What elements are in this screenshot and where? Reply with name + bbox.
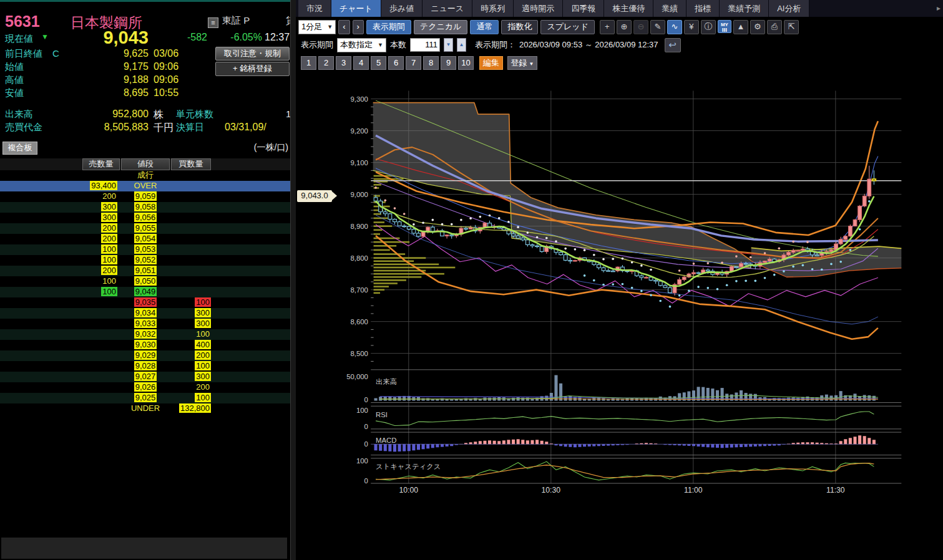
zoom-in-icon[interactable]: ⊕: [617, 20, 632, 34]
preset-button-2[interactable]: 2: [318, 56, 334, 70]
period-caption: 表示期間：: [475, 39, 515, 51]
book-row-9,025[interactable]: 9,025 100: [0, 393, 290, 403]
tab-時系列[interactable]: 時系列: [472, 0, 514, 17]
current-price-tag: 9,043.0: [297, 190, 332, 202]
settings-wrench-icon[interactable]: ⚙: [750, 20, 765, 34]
book-row-9,030[interactable]: 9,030 400: [0, 340, 290, 350]
book-row-9,033[interactable]: 9,033 300: [0, 319, 290, 329]
preset-button-1[interactable]: 1: [301, 56, 316, 70]
reset-icon[interactable]: ↩: [665, 38, 681, 52]
book-row-成行[interactable]: 成行: [0, 170, 290, 181]
tab-AI分析[interactable]: AI分析: [769, 0, 809, 17]
tab-チャート[interactable]: チャート: [331, 0, 381, 17]
svg-text:8,800: 8,800: [350, 254, 368, 262]
price-chart[interactable]: 9,3009,2009,1009,0008,9008,8008,7008,600…: [293, 72, 943, 560]
toolbar-button-指数化[interactable]: 指数化: [501, 20, 538, 34]
price-change-pct: -6.05%: [217, 32, 262, 43]
quote-time: 12:37: [265, 32, 290, 43]
book-row-9,029[interactable]: 9,029 200: [0, 350, 290, 361]
crosshair-icon[interactable]: +: [600, 20, 615, 34]
preset-button-9[interactable]: 9: [441, 56, 456, 70]
prev-button[interactable]: ‹: [338, 20, 349, 34]
tab-四季報[interactable]: 四季報: [563, 0, 604, 17]
chart-pointer-icon[interactable]: ∿: [667, 20, 682, 34]
period-range: 2026/03/09 09:53 ～ 2026/03/09 12:37: [519, 39, 658, 51]
next-button[interactable]: ›: [353, 20, 364, 34]
preset-button-4[interactable]: 4: [353, 56, 369, 70]
count-mode-select[interactable]: 本数指定▼: [337, 38, 386, 52]
book-row-9,058[interactable]: 300 9,058: [0, 202, 290, 213]
quote-row-3: 安値 8,69510:55: [0, 87, 290, 100]
book-row-9,027[interactable]: 9,027 300: [0, 372, 290, 382]
book-row-9,035[interactable]: 9,035 100: [0, 297, 290, 308]
tab-市況[interactable]: 市況: [298, 0, 331, 17]
register-dropdown[interactable]: 登録▼: [507, 56, 537, 70]
book-row-9,032[interactable]: 9,032 100: [0, 329, 290, 340]
edit-button[interactable]: 編集: [479, 56, 503, 70]
market-label: ≡東証 P: [208, 15, 250, 28]
buy-qty-header[interactable]: 買数量: [171, 158, 211, 170]
book-row-OVER[interactable]: 93,400 OVER: [0, 181, 290, 191]
book-row-9,026[interactable]: 9,026 200: [0, 382, 290, 393]
count-up-button[interactable]: ▲: [457, 38, 466, 52]
quote-panel: 5631 日本製鋼所 ≡東証 P 貸 現在値 ▼ 9,043 -582 -6.0…: [0, 0, 290, 560]
svg-text:8,600: 8,600: [350, 318, 368, 326]
book-row-9,055[interactable]: 200 9,055: [0, 223, 290, 234]
book-row-UNDER[interactable]: UNDER 132,800: [0, 403, 290, 414]
preset-button-8[interactable]: 8: [423, 56, 439, 70]
settle-value: 03/31,09/: [225, 122, 266, 133]
toolbar-button-表示期間[interactable]: 表示期間: [366, 20, 411, 34]
toolbar-button-スプレッド[interactable]: スプレッド: [540, 20, 595, 34]
sell-qty-header[interactable]: 売数量: [82, 158, 120, 170]
tab-overflow-icon[interactable]: ▸: [937, 4, 941, 12]
book-row-9,053[interactable]: 100 9,053: [0, 244, 290, 255]
preset-button-6[interactable]: 6: [388, 56, 404, 70]
book-row-9,051[interactable]: 200 9,051: [0, 266, 290, 276]
quote-row-2: 高値 9,18809:06: [0, 74, 290, 87]
preset-button-5[interactable]: 5: [371, 56, 386, 70]
book-row-9,056[interactable]: 300 9,056: [0, 213, 290, 223]
book-row-9,049[interactable]: 100 9,049: [0, 287, 290, 297]
area-chart-icon[interactable]: ▲: [733, 20, 748, 34]
count-down-button[interactable]: ▼: [444, 38, 453, 52]
order-book-rows: 成行 93,400 OVER 200 9,059 300 9,058 300 9…: [0, 170, 290, 414]
draw-pencil-icon[interactable]: ✎: [650, 20, 665, 34]
tab-適時開示[interactable]: 適時開示: [514, 0, 563, 17]
yen-icon[interactable]: ¥: [684, 20, 699, 34]
book-row-9,052[interactable]: 100 9,052: [0, 255, 290, 266]
tab-業績[interactable]: 業績: [653, 0, 686, 17]
count-label: 本数: [390, 39, 406, 51]
list-icon: ≡: [208, 17, 218, 28]
book-row-9,054[interactable]: 200 9,054: [0, 234, 290, 244]
book-row-9,059[interactable]: 200 9,059: [0, 191, 290, 202]
export-icon[interactable]: ⇱: [784, 20, 799, 34]
trade-caution-button[interactable]: 取引注意・規制: [215, 47, 290, 60]
preset-button-10[interactable]: 10: [458, 56, 474, 70]
preset-button-7[interactable]: 7: [406, 56, 421, 70]
tab-ニュース[interactable]: ニュース: [423, 0, 472, 17]
period-select[interactable]: 1分足▼: [298, 20, 336, 34]
my-chart-icon[interactable]: MY ﺍﺍﺍ: [718, 20, 731, 33]
info-icon[interactable]: ⓘ: [701, 20, 716, 34]
composite-board-button[interactable]: 複合板: [2, 142, 37, 155]
price-header[interactable]: 値段: [121, 158, 170, 170]
print-icon[interactable]: ⎙: [767, 20, 782, 34]
preset-button-3[interactable]: 3: [336, 56, 351, 70]
zoom-out-icon[interactable]: ⊖: [633, 20, 648, 34]
toolbar-icons: +⊕⊖✎∿¥ⓘMY ﺍﺍﺍ▲⚙⎙⇱: [600, 20, 799, 34]
add-watchlist-button[interactable]: + 銘柄登録: [215, 62, 290, 76]
current-price-label: 現在値: [5, 33, 33, 45]
svg-text:10:30: 10:30: [542, 486, 561, 495]
toolbar-button-通常[interactable]: 通常: [470, 20, 499, 34]
tab-業績予測[interactable]: 業績予測: [720, 0, 769, 17]
chart-tab-bar: 市況チャート歩み値ニュース時系列適時開示四季報株主優待業績指標業績予測AI分析: [296, 0, 943, 17]
book-row-9,050[interactable]: 100 9,050: [0, 276, 290, 287]
book-row-9,028[interactable]: 9,028 100: [0, 361, 290, 372]
tab-歩み値[interactable]: 歩み値: [381, 0, 423, 17]
bar-count-input[interactable]: 111: [410, 38, 440, 52]
toolbar-button-テクニカル[interactable]: テクニカル: [414, 20, 468, 34]
tab-指標[interactable]: 指標: [686, 0, 720, 17]
svg-text:ストキャスティクス: ストキャスティクス: [376, 463, 441, 470]
book-row-9,034[interactable]: 9,034 300: [0, 308, 290, 319]
tab-株主優待[interactable]: 株主優待: [604, 0, 653, 17]
